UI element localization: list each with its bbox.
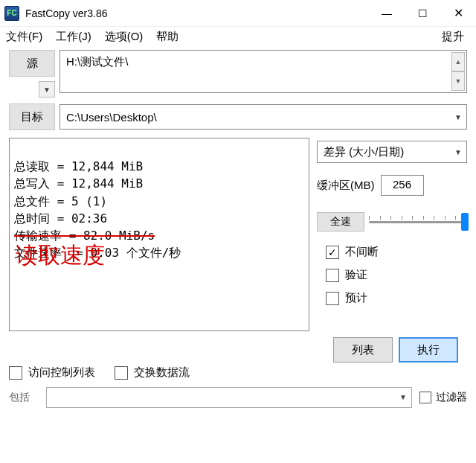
altstream-label: 交换数据流 (134, 365, 190, 380)
acl-label: 访问控制列表 (28, 365, 95, 380)
menu-help[interactable]: 帮助 (156, 30, 178, 44)
copy-mode-value: 差异 (大小/日期) (324, 145, 404, 159)
checkbox-icon (326, 292, 339, 305)
close-button[interactable]: ✕ (440, 0, 476, 27)
log-output: 总读取 = 12,844 MiB 总写入 = 12,844 MiB 总文件 = … (9, 138, 309, 331)
app-icon: FC (4, 6, 19, 21)
checkbox-icon (419, 392, 431, 403)
chevron-down-icon: ▼ (454, 148, 462, 156)
menu-lift[interactable]: 提升 (442, 30, 464, 44)
maximize-button[interactable]: ☐ (405, 0, 440, 27)
source-input[interactable]: H:\测试文件\ ▲ ▼ (60, 50, 467, 93)
minimize-button[interactable]: — (369, 0, 405, 27)
source-scroll-down[interactable]: ▼ (451, 71, 465, 91)
verify-label: 验证 (345, 268, 367, 282)
nonstop-label: 不间断 (345, 245, 379, 259)
buffer-label: 缓冲区(MB) (317, 179, 375, 193)
chevron-down-icon: ▼ (399, 393, 407, 401)
execute-button[interactable]: 执行 (399, 337, 458, 363)
title-bar: FC FastCopy ver3.86 — ☐ ✕ (0, 0, 476, 27)
window-title: FastCopy ver3.86 (25, 7, 369, 19)
full-speed-button[interactable]: 全速 (317, 212, 364, 232)
list-button[interactable]: 列表 (333, 337, 393, 363)
log-total-time: 总时间 = 02:36 (14, 211, 107, 226)
menu-bar: 文件(F) 工作(J) 选项(O) 帮助 提升 (0, 27, 476, 50)
verify-checkbox[interactable]: 验证 (326, 268, 467, 282)
nonstop-checkbox[interactable]: 不间断 (326, 245, 467, 259)
checkbox-icon (326, 269, 339, 282)
menu-work[interactable]: 工作(J) (56, 30, 91, 44)
filter-label: 过滤器 (436, 391, 467, 404)
source-button[interactable]: 源 (9, 50, 55, 77)
checkbox-icon (326, 246, 339, 259)
dest-path-text: C:\Users\Desktop\ (66, 111, 157, 124)
altstream-checkbox[interactable]: 交换数据流 (115, 365, 190, 380)
chevron-down-icon: ▼ (454, 113, 462, 121)
dest-button[interactable]: 目标 (9, 103, 55, 130)
filter-checkbox[interactable]: 过滤器 (419, 391, 467, 404)
log-total-write: 总写入 = 12,844 MiB (14, 176, 143, 191)
acl-checkbox[interactable]: 访问控制列表 (9, 365, 95, 380)
source-path-text: H:\测试文件\ (60, 51, 466, 74)
estimate-checkbox[interactable]: 预计 (326, 291, 467, 305)
log-total-files: 总文件 = 5 (1) (14, 194, 107, 208)
include-filter-select[interactable]: ▼ (46, 387, 412, 408)
copy-mode-select[interactable]: 差异 (大小/日期) ▼ (317, 141, 467, 163)
log-total-read: 总读取 = 12,844 MiB (14, 159, 143, 173)
include-label: 包括 (9, 391, 39, 404)
checkbox-icon (115, 366, 128, 380)
estimate-label: 预计 (345, 291, 367, 305)
dest-input[interactable]: C:\Users\Desktop\ ▼ (60, 104, 467, 130)
menu-options[interactable]: 选项(O) (105, 30, 144, 44)
annotation-read-speed: 读取速度 (16, 239, 105, 272)
speed-slider[interactable] (369, 214, 467, 229)
menu-file[interactable]: 文件(F) (6, 30, 42, 44)
source-scroll-up[interactable]: ▲ (451, 52, 465, 71)
buffer-input[interactable]: 256 (381, 175, 424, 196)
source-history-dropdown[interactable]: ▼ (39, 81, 55, 98)
checkbox-icon (9, 366, 22, 380)
slider-thumb[interactable] (461, 213, 469, 231)
